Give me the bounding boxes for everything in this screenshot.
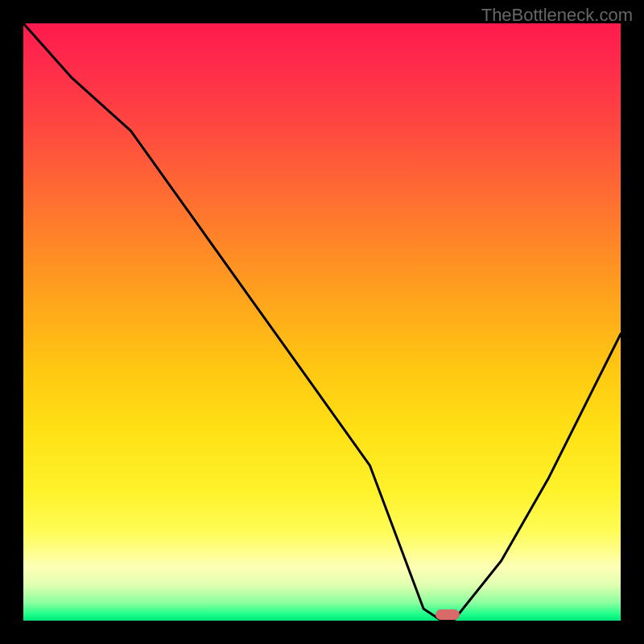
bottleneck-curve bbox=[23, 23, 621, 621]
watermark-text: TheBottleneck.com bbox=[481, 5, 633, 26]
optimal-point-marker bbox=[436, 609, 460, 620]
